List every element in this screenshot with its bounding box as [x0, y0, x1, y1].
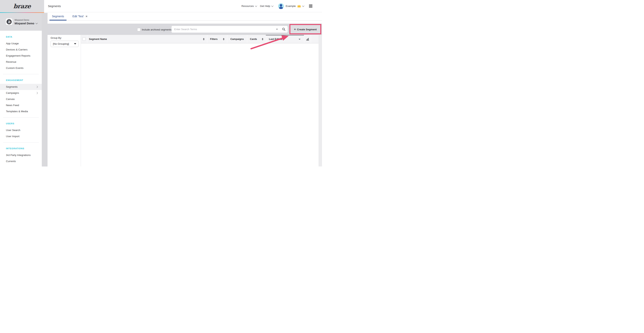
top-bar: Segments Resources Get Help Example [44, 0, 322, 12]
column-label: Filters [210, 38, 218, 41]
sidebar-item-custom-events[interactable]: Custom Events [0, 65, 42, 71]
column-label: Last Edited [269, 38, 282, 41]
workspace-name-label: Mixpanel Demo [14, 22, 34, 25]
include-archived-label: Include archived segments [142, 28, 172, 31]
sidebar-item-label: Campaigns [6, 92, 19, 94]
header-cell-cards[interactable]: Cards [247, 35, 266, 43]
group-by-label: Group By: [50, 37, 62, 39]
sidebar-divider [3, 74, 39, 74]
sidebar-section-data: DATA [0, 34, 42, 40]
tab-bar: Segments Edit 'Test' ✖ [48, 12, 322, 21]
column-label: Cards [250, 38, 257, 41]
get-help-label: Get Help [260, 5, 270, 8]
sidebar-gutter [42, 13, 48, 167]
chevron-right-icon [36, 86, 38, 88]
sidebar-item-user-import[interactable]: User Import [0, 133, 42, 139]
tab-label: Segments [52, 15, 64, 18]
magnifier-icon[interactable] [282, 28, 286, 31]
sidebar-item-3rd-party-integrations[interactable]: 3rd Party Integrations [0, 152, 42, 158]
column-label: Segment Name [89, 38, 107, 41]
header-cell-last-edited[interactable]: Last Edited [266, 35, 304, 43]
create-segment-label: Create Segment [297, 28, 317, 31]
user-name: Example [286, 5, 296, 8]
include-archived-checkbox[interactable] [137, 28, 140, 31]
bar-chart-icon [306, 38, 309, 41]
page-title: Segments [48, 5, 61, 8]
sidebar-item-label: Segments [6, 85, 18, 88]
sidebar-section-users: USERS [0, 120, 42, 127]
workspace-name: Mixpanel Demo [14, 22, 38, 25]
resources-label: Resources [242, 5, 254, 8]
braze-app-glyph: b [6, 19, 12, 24]
header-cell-spacer [311, 35, 318, 43]
chevron-down-icon [36, 22, 38, 24]
close-icon[interactable]: ✖ [86, 15, 88, 18]
tab-label: Edit 'Test' [72, 15, 84, 18]
caret-down-icon[interactable] [276, 29, 278, 30]
workspace-info: Mixpanel Demo Mixpanel Demo [14, 19, 38, 25]
sidebar-item-campaigns[interactable]: Campaigns [0, 90, 42, 96]
active-sort-column-indicator [266, 35, 304, 36]
user-menu[interactable]: Example [286, 5, 304, 8]
chevron-down-icon [255, 5, 257, 7]
workspace-switcher[interactable]: b Mixpanel Demo Mixpanel Demo [0, 13, 42, 31]
app-icon: b [6, 19, 12, 25]
group-by-panel: Group By: [No Grouping] [48, 35, 81, 167]
header-cell-campaigns[interactable]: Campaigns [227, 35, 247, 43]
chevron-right-icon [36, 92, 38, 94]
chevron-down-icon [302, 5, 304, 7]
sidebar-item-devices-carriers[interactable]: Devices & Carriers [0, 47, 42, 53]
avatar-person-icon [280, 4, 282, 7]
sidebar-item-segments[interactable]: Segments [0, 84, 42, 90]
sidebar-item-currents[interactable]: Currents [0, 158, 42, 164]
chevron-down-icon [272, 5, 274, 7]
table-right-gutter [318, 35, 322, 167]
caret-down-icon[interactable] [298, 39, 300, 40]
segment-search [172, 26, 288, 33]
tab-segments[interactable]: Segments [50, 12, 66, 20]
column-label: Campaigns [230, 38, 244, 41]
sidebar-section-engagement: ENGAGEMENT [0, 77, 42, 83]
header-cell-analytics[interactable] [304, 35, 311, 43]
user-avatar[interactable] [278, 3, 284, 9]
braze-dashboard: braze Segments Resources Get Help Exampl… [0, 0, 322, 167]
sort-icon[interactable] [262, 38, 263, 40]
workspace-label: Mixpanel Demo [14, 19, 38, 21]
sidebar-item-news-feed[interactable]: News Feed [0, 102, 42, 108]
logo-block: braze [0, 0, 44, 12]
sidebar-item-engagement-reports[interactable]: Engagement Reports [0, 53, 42, 59]
hamburger-icon[interactable] [309, 5, 312, 8]
header-cell-select-all [81, 35, 87, 43]
get-help-menu[interactable]: Get Help [260, 5, 273, 8]
group-by-select[interactable]: [No Grouping] [50, 41, 78, 47]
braze-logo[interactable]: braze [14, 3, 31, 10]
create-segment-button[interactable]: + Create Segment [290, 26, 320, 33]
caret-down-icon [74, 43, 76, 45]
tab-edit-test[interactable]: Edit 'Test' ✖ [70, 12, 90, 20]
sidebar-divider [3, 142, 39, 143]
resources-menu[interactable]: Resources [242, 5, 257, 8]
sidebar-item-templates-media[interactable]: Templates & Media [0, 108, 42, 115]
sidebar-item-revenue[interactable]: Revenue [0, 59, 42, 65]
avatar-person-icon [279, 7, 283, 9]
crown-icon [297, 5, 301, 8]
select-all-checkbox[interactable] [82, 38, 86, 41]
sidebar-divider [3, 117, 39, 118]
header-cell-filters[interactable]: Filters [207, 35, 227, 43]
sort-icon[interactable] [223, 38, 224, 40]
search-input[interactable] [174, 28, 275, 31]
sidebar-item-canvas[interactable]: Canvas [0, 96, 42, 102]
sidebar-item-app-usage[interactable]: App Usage [0, 41, 42, 47]
sort-icon[interactable] [203, 38, 204, 40]
header-cell-segment-name[interactable]: Segment Name [87, 35, 207, 43]
sidebar-section-integrations: INTEGRATIONS [0, 145, 42, 152]
sidebar: DATA App Usage Devices & Carriers Engage… [0, 31, 42, 167]
top-bar-menu: Resources Get Help Example [242, 3, 312, 9]
segments-table-header: Segment Name Filters Campaigns Cards Las… [81, 35, 318, 43]
sidebar-item-user-search[interactable]: User Search [0, 127, 42, 133]
group-by-value: [No Grouping] [53, 42, 69, 45]
plus-icon: + [294, 28, 296, 31]
